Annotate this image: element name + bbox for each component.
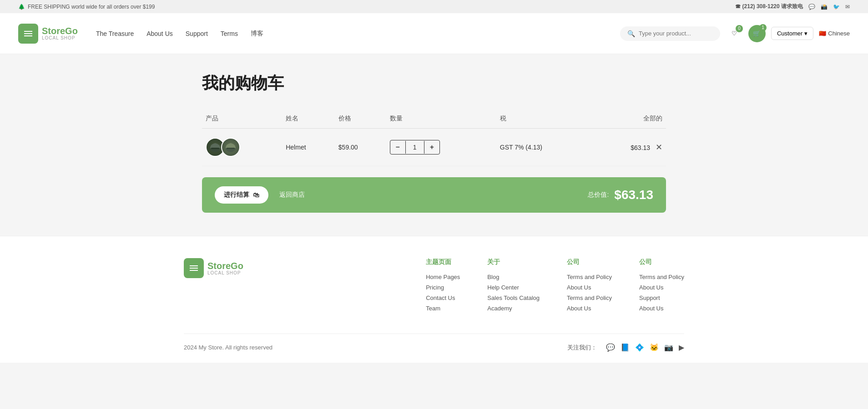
header-right: 🔍 ♡ 0 🛒 1 Customer ▾ 🇨🇳 Chinese <box>620 25 850 42</box>
nav-support[interactable]: Support <box>186 30 208 37</box>
col-tax: 税 <box>496 109 591 129</box>
instagram-icon[interactable]: 📸 <box>821 4 828 10</box>
total-price: $63.13 <box>614 188 653 202</box>
footer-link-help[interactable]: Help Center <box>487 284 540 291</box>
total-label: 总价值: <box>588 191 609 199</box>
col-price: 价格 <box>335 109 386 129</box>
skype-social-icon[interactable]: 💠 <box>635 343 644 352</box>
customer-button[interactable]: Customer ▾ <box>771 27 813 40</box>
checkout-button[interactable]: 进行结算 🛍 <box>215 186 268 204</box>
main-nav: The Treasure About Us Support Terms 博客 <box>96 30 620 38</box>
cart-icon: 🛒 <box>753 30 761 37</box>
nav-terms[interactable]: Terms <box>221 30 238 37</box>
cart-row: Helmet $59.00 − 1 + GST 7% (4.13) $63.13… <box>202 129 666 166</box>
product-images <box>202 129 282 166</box>
total-area: 总价值: $63.13 <box>588 188 653 202</box>
header: StoreGo LOCAL SHOP The Treasure About Us… <box>0 13 868 54</box>
whatsapp-social-icon[interactable]: 💬 <box>606 343 615 352</box>
footer-link-terms3[interactable]: Terms and Policy <box>639 274 684 280</box>
footer-link-about3[interactable]: About Us <box>639 284 684 291</box>
nav-blog[interactable]: 博客 <box>251 30 263 38</box>
helmet-svg-1 <box>208 140 222 154</box>
chevron-down-icon: ▾ <box>804 30 807 37</box>
search-box[interactable]: 🔍 <box>620 26 720 41</box>
logo-icon <box>18 24 38 44</box>
product-price: $59.00 <box>335 129 386 166</box>
col-product: 产品 <box>202 109 282 129</box>
footer-col3-heading: 公司 <box>567 258 612 266</box>
footer-bottom: 2024 My Store. All rights reserved 关注我们：… <box>184 334 684 352</box>
increase-qty-button[interactable]: + <box>424 140 439 154</box>
product-name: Helmet <box>282 129 335 166</box>
wishlist-button[interactable]: ♡ 0 <box>726 25 743 42</box>
twitter-icon[interactable]: 🐦 <box>833 4 840 10</box>
facebook-social-icon[interactable]: 📘 <box>621 343 630 352</box>
footer-link-about1[interactable]: About Us <box>567 284 612 291</box>
footer-columns: 主题页面 Home Pages Pricing Contact Us Team … <box>302 258 684 315</box>
page-title: 我的购物车 <box>202 72 666 95</box>
follow-label: 关注我们： <box>567 344 597 352</box>
footer-col4-heading: 公司 <box>639 258 684 266</box>
search-input[interactable] <box>639 30 713 37</box>
social-icons: 关注我们： 💬 📘 💠 🐱 📷 ▶ <box>567 343 684 352</box>
main-content: 我的购物车 产品 姓名 价格 数量 税 全部的 <box>0 54 868 236</box>
footer-link-about2[interactable]: About Us <box>567 305 612 312</box>
github-social-icon[interactable]: 🐱 <box>650 343 659 352</box>
search-icon: 🔍 <box>627 30 635 37</box>
footer-logo-text: StoreGo LOCAL SHOP <box>207 261 243 275</box>
col-total: 全部的 <box>591 109 666 129</box>
footer-top: StoreGo LOCAL SHOP 主题页面 Home Pages Prici… <box>184 258 684 334</box>
footer-link-home[interactable]: Home Pages <box>426 274 460 280</box>
footer-link-blog[interactable]: Blog <box>487 274 540 280</box>
quantity-value: 1 <box>405 141 424 154</box>
footer-logo-area: StoreGo LOCAL SHOP <box>184 258 275 315</box>
helmet-image-group <box>206 138 278 157</box>
phone-number: ☎ (212) 308-1220 请求致电 <box>735 3 803 10</box>
product-image-2 <box>221 138 240 157</box>
footer-link-terms2[interactable]: Terms and Policy <box>567 294 612 301</box>
top-bar: 🌲 FREE SHIPPING world wide for all order… <box>0 0 868 13</box>
instagram-social-icon[interactable]: 📷 <box>664 343 673 352</box>
footer-logo[interactable]: StoreGo LOCAL SHOP <box>184 258 257 278</box>
col-quantity: 数量 <box>386 109 496 129</box>
shopping-bag-icon: 🛍 <box>253 191 259 199</box>
wishlist-badge: 0 <box>736 25 743 32</box>
footer-link-pricing[interactable]: Pricing <box>426 284 460 291</box>
footer-link-catalog[interactable]: Sales Tools Catalog <box>487 294 540 301</box>
footer-col1-heading: 主题页面 <box>426 258 460 266</box>
helmet-svg-2 <box>224 140 237 154</box>
youtube-social-icon[interactable]: ▶ <box>679 343 684 352</box>
footer-link-contact[interactable]: Contact Us <box>426 294 460 301</box>
email-icon[interactable]: ✉ <box>845 4 850 10</box>
product-tax: GST 7% (4.13) <box>496 129 591 166</box>
product-total: $63.13 ✕ <box>591 129 666 166</box>
remove-item-button[interactable]: ✕ <box>656 142 662 152</box>
footer-link-about4[interactable]: About Us <box>639 305 684 312</box>
footer-col-3: 公司 Terms and Policy About Us Terms and P… <box>567 258 612 315</box>
nav-about[interactable]: About Us <box>146 30 173 37</box>
cart-footer: 进行结算 🛍 返回商店 总价值: $63.13 <box>202 177 666 213</box>
logo[interactable]: StoreGo LOCAL SHOP <box>18 24 78 44</box>
svg-rect-3 <box>227 148 235 149</box>
footer-col-2: 关于 Blog Help Center Sales Tools Catalog … <box>487 258 540 315</box>
copyright: 2024 My Store. All rights reserved <box>184 344 273 351</box>
decrease-qty-button[interactable]: − <box>390 140 405 154</box>
back-to-shop-button[interactable]: 返回商店 <box>279 191 305 199</box>
footer-link-support[interactable]: Support <box>639 294 684 301</box>
shipping-notice: 🌲 FREE SHIPPING world wide for all order… <box>18 4 155 10</box>
footer-link-terms1[interactable]: Terms and Policy <box>567 274 612 280</box>
footer-col-1: 主题页面 Home Pages Pricing Contact Us Team <box>426 258 460 315</box>
footer-col-4: 公司 Terms and Policy About Us Support Abo… <box>639 258 684 315</box>
footer-link-academy[interactable]: Academy <box>487 305 540 312</box>
language-selector[interactable]: 🇨🇳 Chinese <box>819 30 850 37</box>
nav-treasure[interactable]: The Treasure <box>96 30 134 37</box>
footer-link-team[interactable]: Team <box>426 305 460 312</box>
col-name: 姓名 <box>282 109 335 129</box>
quantity-control: − 1 + <box>390 140 440 155</box>
top-bar-right: ☎ (212) 308-1220 请求致电 💬 📸 🐦 ✉ <box>735 3 850 10</box>
svg-rect-1 <box>211 148 219 149</box>
footer-logo-icon <box>184 258 204 278</box>
logo-text: StoreGo LOCAL SHOP <box>42 26 78 40</box>
whatsapp-icon[interactable]: 💬 <box>808 4 815 10</box>
cart-button[interactable]: 🛒 1 <box>748 25 766 42</box>
